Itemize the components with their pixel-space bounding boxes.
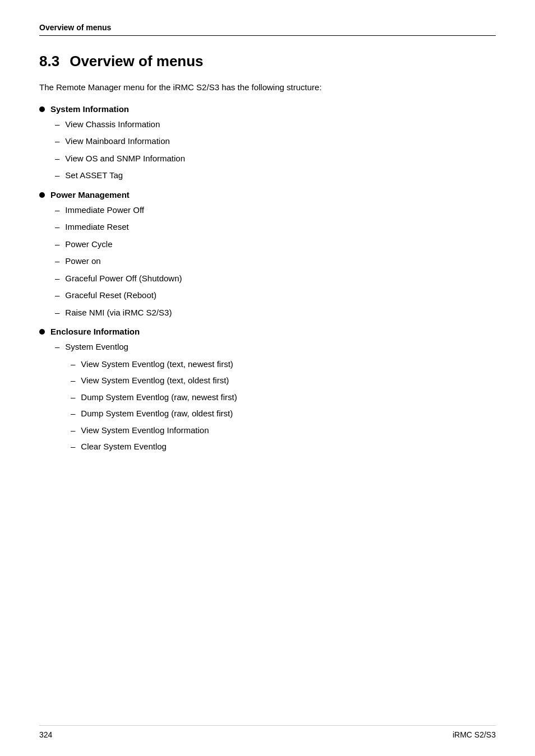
bullet-item-system-info: System Information	[39, 104, 496, 114]
dash-icon: –	[71, 407, 75, 420]
dash-icon: –	[71, 391, 75, 404]
list-item: – Immediate Power Off	[55, 204, 496, 217]
page-header: Overview of menus	[39, 22, 496, 36]
list-item: Power Management – Immediate Power Off –…	[39, 190, 496, 319]
page-container: Overview of menus 8.3 Overview of menus …	[0, 0, 535, 756]
list-item: – View System Eventlog (text, oldest fir…	[71, 374, 496, 387]
dash-icon: –	[55, 169, 59, 182]
dash-icon: –	[55, 135, 59, 148]
section-title: 8.3 Overview of menus	[39, 53, 496, 70]
list-item: – Raise NMI (via iRMC S2/S3)	[55, 307, 496, 319]
sub-item-text: System Eventlog	[65, 341, 128, 354]
sub-sub-item-text: Dump System Eventlog (raw, oldest first)	[81, 407, 233, 420]
list-item: – Dump System Eventlog (raw, oldest firs…	[71, 407, 496, 420]
dash-icon: –	[55, 152, 59, 165]
bullet-dot	[39, 192, 45, 198]
sub-list-system-info: – View Chassis Information – View Mainbo…	[55, 118, 496, 182]
dash-icon: –	[55, 307, 59, 319]
bullet-label: Enclosure Information	[50, 327, 140, 336]
list-item: – Clear System Eventlog	[71, 440, 496, 453]
page-footer: 324 iRMC S2/S3	[39, 725, 496, 739]
dash-icon: –	[71, 374, 75, 387]
sub-sub-item-text: Dump System Eventlog (raw, newest first)	[81, 391, 237, 404]
list-item: – View System Eventlog (text, newest fir…	[71, 358, 496, 371]
list-item: – Set ASSET Tag	[55, 169, 496, 182]
section-number: 8.3	[39, 53, 59, 70]
bullet-item-power-mgmt: Power Management	[39, 190, 496, 200]
dash-icon: –	[55, 289, 59, 302]
page-header-text: Overview of menus	[39, 23, 111, 32]
sub-sub-list-eventlog: – View System Eventlog (text, newest fir…	[71, 358, 496, 453]
bullet-dot	[39, 329, 45, 335]
footer-product: iRMC S2/S3	[453, 730, 496, 739]
sub-item-text: View Chassis Information	[65, 118, 160, 131]
list-item: – Power on	[55, 255, 496, 268]
footer-page-number: 324	[39, 730, 52, 739]
dash-icon: –	[55, 341, 59, 354]
list-item: System Information – View Chassis Inform…	[39, 104, 496, 182]
dash-icon: –	[71, 358, 75, 371]
list-item: – System Eventlog	[55, 341, 496, 354]
sub-item-text: Power Cycle	[65, 238, 112, 251]
list-item: – Immediate Reset	[55, 221, 496, 234]
dash-icon: –	[71, 424, 75, 437]
dash-icon: –	[55, 118, 59, 131]
sub-list-enclosure-info: – System Eventlog – View System Eventlog…	[55, 341, 496, 453]
sub-item-text: Immediate Reset	[65, 221, 128, 234]
dash-icon: –	[55, 204, 59, 217]
sub-item-text: Immediate Power Off	[65, 204, 144, 217]
sub-item-text: Power on	[65, 255, 100, 268]
dash-icon: –	[55, 238, 59, 251]
list-item: – View OS and SNMP Information	[55, 152, 496, 165]
sub-sub-item-text: Clear System Eventlog	[81, 440, 167, 453]
bullet-item-enclosure-info: Enclosure Information	[39, 327, 496, 336]
dash-icon: –	[71, 440, 75, 453]
list-item: – Power Cycle	[55, 238, 496, 251]
list-item: – Graceful Power Off (Shutdown)	[55, 272, 496, 285]
bullet-label: System Information	[50, 104, 129, 114]
sub-sub-item-text: View System Eventlog (text, oldest first…	[81, 374, 229, 387]
dash-icon: –	[55, 255, 59, 268]
sub-item-text: Raise NMI (via iRMC S2/S3)	[65, 307, 172, 319]
sub-sub-item-text: View System Eventlog (text, newest first…	[81, 358, 233, 371]
dash-icon: –	[55, 221, 59, 234]
dash-icon: –	[55, 272, 59, 285]
bullet-label: Power Management	[50, 190, 130, 200]
sub-sub-item-text: View System Eventlog Information	[81, 424, 209, 437]
sub-item-text: Set ASSET Tag	[65, 169, 123, 182]
intro-text: The Remote Manager menu for the iRMC S2/…	[39, 81, 496, 94]
list-item: – View Chassis Information	[55, 118, 496, 131]
list-item: Enclosure Information – System Eventlog …	[39, 327, 496, 453]
list-item: – Dump System Eventlog (raw, newest firs…	[71, 391, 496, 404]
sub-item-text: Graceful Reset (Reboot)	[65, 289, 156, 302]
section-title-text: Overview of menus	[70, 53, 203, 70]
sub-item-text: Graceful Power Off (Shutdown)	[65, 272, 182, 285]
list-item: – View System Eventlog Information	[71, 424, 496, 437]
list-item: – View Mainboard Information	[55, 135, 496, 148]
bullet-dot	[39, 106, 45, 112]
sub-item-text: View Mainboard Information	[65, 135, 170, 148]
menu-list: System Information – View Chassis Inform…	[39, 104, 496, 461]
sub-item-text: View OS and SNMP Information	[65, 152, 185, 165]
sub-list-power-mgmt: – Immediate Power Off – Immediate Reset …	[55, 204, 496, 319]
list-item: – Graceful Reset (Reboot)	[55, 289, 496, 302]
